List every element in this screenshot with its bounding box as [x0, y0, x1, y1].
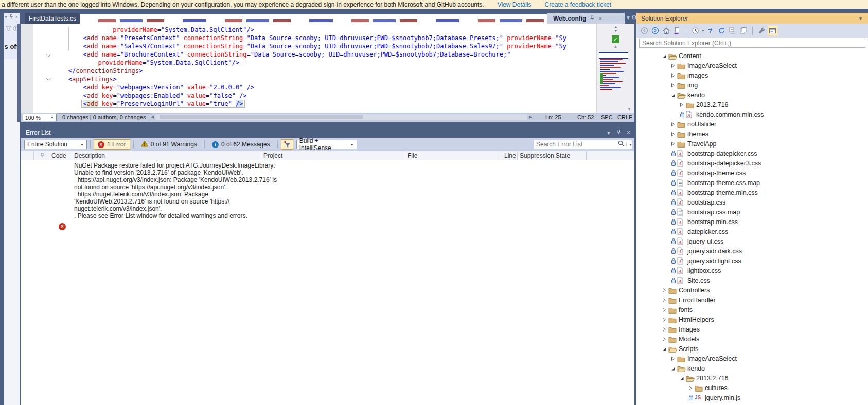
column-pin-icon[interactable] [34, 151, 49, 160]
tree-item-imageareaselect[interactable]: ImageAreaSelect [636, 61, 868, 70]
scroll-left-icon[interactable]: ◀ [151, 115, 154, 119]
code-line[interactable]: <appSettings> [21, 75, 597, 83]
editor-left-splitter[interactable] [17, 24, 21, 122]
view-details-link[interactable]: View Details [498, 1, 532, 8]
error-row-description[interactable]: NuGet Package restore failed for project… [74, 162, 277, 219]
sync-with-active-document-icon[interactable] [672, 26, 682, 35]
chevron-down-icon[interactable]: ▾ [5, 14, 7, 20]
error-list-title-bar[interactable]: Error List ▼ × [21, 127, 634, 138]
filter-button[interactable] [281, 139, 293, 150]
messages-toggle[interactable]: i 0 of 62 Messages [208, 139, 274, 150]
expand-arrow-collapsed[interactable] [669, 356, 676, 361]
tree-item-jquery-ui-css[interactable]: Ajquery-ui.css [636, 236, 868, 246]
scrollbar-map[interactable]: ✓ ▲ [596, 24, 634, 113]
scroll-right-icon[interactable]: ▶ [529, 115, 532, 119]
column-blank[interactable] [21, 151, 34, 160]
code-map[interactable] [599, 52, 631, 106]
tree-item-jquery-min-js[interactable]: JSjquery.min.js [636, 393, 868, 402]
search-options-chevron-icon[interactable]: ▼ [626, 143, 634, 146]
expand-arrow-collapsed[interactable] [661, 298, 667, 303]
preview-selected-items-toggle[interactable] [768, 26, 777, 35]
tree-item-nouislider[interactable]: noUIslider [636, 119, 868, 129]
code-line[interactable]: <add key="webpages:Enabled" value="false… [21, 91, 597, 100]
tree-item-bootstrap-theme-css-map[interactable]: bootstrap-theme.css.map [636, 178, 868, 188]
scope-select[interactable]: Entire Solution ▼ [24, 140, 87, 149]
tab-firstdatatests[interactable]: FirstDataTests.cs [25, 13, 80, 24]
tree-item-fonts[interactable]: fonts [636, 305, 868, 315]
tree-item-jquery-sidr-light-css[interactable]: Ajquery.sidr.light.css [636, 256, 868, 266]
column-suppression-state[interactable]: Suppression State [518, 151, 587, 160]
horizontal-scrollbar[interactable] [155, 114, 527, 120]
refresh-icon[interactable] [717, 26, 727, 35]
tree-item-models[interactable]: Models [636, 334, 868, 344]
tab-list-chevron-icon[interactable]: ▼ [626, 15, 631, 21]
filter-icon[interactable] [6, 24, 11, 33]
search-input[interactable] [534, 141, 618, 148]
expand-arrow-expanded[interactable] [669, 93, 676, 98]
tree-item-img[interactable]: img [636, 80, 868, 90]
window-position-chevron-icon[interactable]: ▼ [606, 130, 611, 136]
tree-item-bootstrap-theme-min-css[interactable]: Abootstrap-theme.min.css [636, 188, 868, 197]
properties-wrench-icon[interactable] [757, 26, 767, 35]
solution-explorer-search-input[interactable] [639, 39, 865, 48]
tree-item-bootstrap-datepicker-css[interactable]: Abootstrap-datepicker.css [636, 149, 868, 158]
code-line[interactable]: <add name="PresetsContext" connectionStr… [21, 34, 597, 42]
close-icon[interactable]: × [15, 14, 18, 20]
close-icon[interactable]: × [627, 129, 630, 136]
tree-item-bootstrap-css-map[interactable]: bootstrap.css.map [636, 207, 868, 217]
chevron-down-icon[interactable]: ▼ [701, 29, 705, 32]
column-file[interactable]: File [405, 151, 502, 160]
expand-arrow-collapsed[interactable] [661, 337, 667, 342]
expand-arrow-collapsed[interactable] [678, 102, 685, 107]
search-icon[interactable] [618, 140, 625, 149]
expand-arrow-collapsed[interactable] [669, 141, 676, 146]
feedback-ticket-link[interactable]: Create a feedback ticket [545, 1, 611, 8]
tree-item-images[interactable]: images [636, 70, 868, 80]
home-icon[interactable] [661, 26, 671, 35]
tree-item-site-css[interactable]: ASite.css [636, 275, 868, 285]
tree-item-errorhandler[interactable]: ErrorHandler [636, 295, 868, 305]
tree-item-travelapp[interactable]: TravelApp [636, 139, 868, 149]
expand-arrow-collapsed[interactable] [669, 63, 676, 68]
tree-item-themes[interactable]: themes [636, 129, 868, 139]
expand-arrow-collapsed[interactable] [669, 122, 676, 127]
tree-item-2013-2-716[interactable]: 2013.2.716 [636, 100, 868, 109]
code-line[interactable]: <add name="Sales97Context" connectionStr… [21, 42, 597, 50]
code-line[interactable]: <add name="BrochureContext" connectionSt… [21, 50, 597, 59]
tree-item-bootstrap-min-css[interactable]: Abootstrap.min.css [636, 217, 868, 227]
code-line[interactable]: <add key="webpages:Version" value="2.0.0… [21, 83, 597, 91]
codelens-changes[interactable]: 0 changes | 0 authors, 0 changes [57, 113, 151, 121]
pin-icon[interactable] [616, 130, 622, 136]
expand-arrow-expanded[interactable] [669, 366, 676, 371]
forward-button[interactable] [650, 26, 660, 35]
error-list-search[interactable]: ▼ [534, 140, 632, 149]
tree-item-lightbox-css[interactable]: Alightbox.css [636, 266, 868, 275]
tree-item-bootstrap-theme-css[interactable]: Abootstrap-theme.css [636, 168, 868, 178]
errors-toggle[interactable]: × 1 Error [94, 139, 130, 150]
tab-webconfig[interactable]: Web.config × [547, 13, 625, 24]
scroll-up-icon[interactable]: ▲ [597, 44, 634, 49]
window-position-chevron-icon[interactable]: ▼ [858, 16, 863, 21]
expand-arrow-collapsed[interactable] [687, 385, 694, 391]
file-health-check-icon[interactable]: ✓ [612, 35, 619, 43]
expand-arrow-collapsed[interactable] [669, 132, 676, 137]
expand-arrow-collapsed[interactable] [661, 307, 667, 312]
tree-item-content[interactable]: Content [636, 51, 868, 61]
show-all-files-icon[interactable] [738, 26, 748, 35]
tree-item-imageareaselect[interactable]: ImageAreaSelect [636, 354, 868, 363]
tree-item-kendo[interactable]: kendo [636, 90, 868, 100]
code-line[interactable]: </connectionStrings> [21, 67, 597, 75]
pin-icon[interactable] [9, 14, 13, 20]
code-line[interactable]: <add key="PreserveLoginUrl" value="true"… [21, 100, 597, 108]
column-line[interactable]: Line [502, 151, 518, 160]
code-line[interactable]: providerName="System.Data.SqlClient"/> [21, 59, 597, 67]
expand-arrow-collapsed[interactable] [661, 288, 667, 293]
tree-item-bootstrap-css[interactable]: Abootstrap.css [636, 197, 868, 207]
tree-item-datepicker-css[interactable]: Adatepicker.css [636, 227, 868, 236]
code-editor[interactable]: providerName="System.Data.SqlClient"/><a… [21, 24, 597, 113]
scroll-down-icon[interactable]: ▼ [627, 107, 631, 112]
tree-item-controllers[interactable]: Controllers [636, 285, 868, 295]
expand-arrow-collapsed[interactable] [669, 83, 676, 88]
expand-arrow-expanded[interactable] [661, 53, 667, 59]
code-line[interactable]: providerName="System.Data.SqlClient"/> [21, 26, 597, 34]
